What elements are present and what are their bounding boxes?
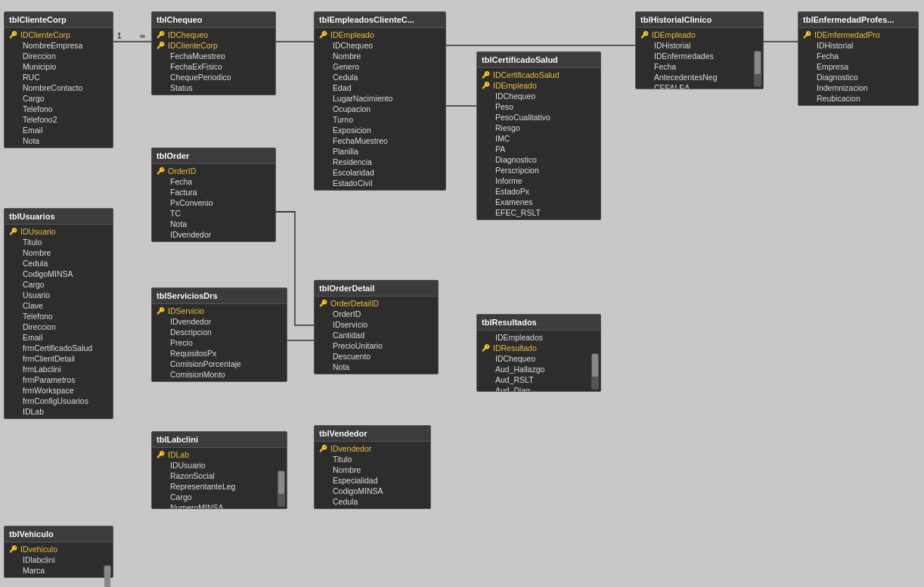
field-name: IDClienteCorp [20, 30, 70, 39]
field-name: PrecioUnitario [333, 341, 383, 350]
table-header-tblempleadosclientec: tblEmpleadosClienteC... [315, 12, 445, 28]
field-row: IDChequeo [315, 40, 445, 51]
table-header-tblchequeo: tblChequeo [152, 12, 275, 28]
field-name: Diagnostico [495, 155, 537, 164]
table-header-tblenfermedadprofes: tblEnfermedadProfes... [798, 12, 918, 28]
field-name: FechaMuestreo [170, 51, 225, 61]
field-row: Residencia [315, 157, 445, 167]
field-row: 🔑IDvehiculo [5, 544, 102, 554]
field-name: IDEmpleado [493, 81, 537, 90]
scrollbar[interactable] [754, 51, 761, 87]
field-row: IDUsuario [152, 460, 276, 471]
field-name: IDServicio [168, 306, 204, 315]
field-row: Telefono [5, 104, 113, 114]
field-row: Precio [152, 337, 287, 348]
field-row: frmParametros [5, 374, 113, 385]
field-row: PA [477, 144, 600, 154]
field-name: Escolaridad [333, 168, 374, 177]
field-row: Reubicacion [798, 93, 918, 104]
key-icon: 🔑 [803, 31, 811, 39]
field-name: Reubicacion [817, 94, 860, 103]
field-row: Municipio [5, 61, 113, 72]
field-row: Cedula [315, 496, 430, 507]
field-name: RepresentanteLeg [170, 482, 235, 491]
field-row: 🔑OrderID [152, 166, 275, 176]
field-name: IDLab [168, 450, 189, 459]
table-header-tblcertificadosalud: tblCertificadoSalud [477, 52, 600, 68]
field-name: Factura [170, 188, 197, 197]
field-row: Exposicion [315, 125, 445, 135]
field-row: FechaMuestreo [315, 135, 445, 146]
field-name: Precio [170, 338, 193, 347]
field-row: Cargo [152, 492, 276, 502]
field-name: Municipio [23, 62, 56, 71]
field-row: 🔑OrderDetailID [315, 298, 438, 309]
field-name: CEFALEA [654, 83, 690, 89]
table-body-tblresultados: IDEmpleados🔑IDResultadoIDChequeoAud_Hall… [477, 331, 600, 391]
field-row: Nombre [5, 247, 113, 258]
field-name: IDClienteCorp [168, 41, 218, 50]
field-row: IDHistorial [798, 40, 918, 51]
table-header-tblorder: tblOrder [152, 148, 275, 164]
field-name: IDvendedor [330, 444, 371, 453]
field-row: 🔑IDvendedor [315, 443, 430, 454]
field-row: PrecioUnitario [315, 340, 438, 351]
field-row: Aud_RSLT [477, 374, 590, 385]
field-name: Genero [333, 62, 359, 71]
scrollbar-thumb[interactable] [104, 566, 110, 587]
field-name: IDvendedor [170, 317, 211, 326]
field-name: frmConfigUsuarios [23, 396, 88, 405]
field-name: ComisionMonto [170, 370, 225, 379]
field-row: Peso [477, 101, 600, 112]
scrollbar[interactable] [278, 471, 285, 507]
table-tblusuarios: tblUsuarios🔑IDUsuarioTituloNombreCedulaC… [4, 208, 113, 419]
field-name: Indemnizacion [817, 83, 868, 92]
table-header-tblresultados: tblResultados [477, 315, 600, 331]
scrollbar-thumb[interactable] [592, 354, 598, 377]
key-icon: 🔑 [482, 344, 490, 352]
field-name: IDEmpleado [652, 30, 696, 39]
field-row: 🔑IDEmpleado [315, 30, 445, 40]
field-row: LugarNacimiento [315, 93, 445, 104]
field-row: CodigoMINSA [315, 486, 430, 496]
scrollbar[interactable] [591, 353, 599, 390]
field-row: IDvendedor [152, 316, 287, 327]
field-name: Aud_Diag [495, 386, 530, 391]
field-row: 🔑IDUsuario [5, 226, 113, 237]
field-name: IDChequeo [333, 41, 373, 50]
field-name: Titulo [23, 238, 42, 247]
scrollbar-thumb[interactable] [278, 471, 284, 494]
field-row: Direccion [5, 51, 113, 61]
table-body-tblvendedor: 🔑IDvendedorTituloNombreEspecialidadCodig… [315, 442, 430, 508]
field-row: IDlabclini [5, 554, 102, 565]
field-row: EFEC_RSLT [477, 207, 600, 218]
field-row: Email [5, 125, 113, 135]
key-icon: 🔑 [9, 31, 17, 39]
field-row: frmCertificadoSalud [5, 343, 113, 353]
field-name: Cargo [170, 492, 192, 502]
field-name: Cedula [333, 497, 358, 506]
field-name: IDUsuario [170, 461, 206, 470]
table-header-tbllabclini: tblLabclini [152, 432, 287, 448]
table-tblvendedor: tblVendedor🔑IDvendedorTituloNombreEspeci… [314, 425, 431, 509]
field-row: FechaExFisico [152, 61, 275, 72]
field-row: NombreContacto [5, 82, 113, 93]
table-header-tblclientecorp: tblClienteCorp [5, 12, 113, 28]
field-name: Usuario [23, 290, 50, 300]
scrollbar-thumb[interactable] [755, 51, 761, 74]
field-row: RUC [5, 72, 113, 82]
field-name: Exposicion [333, 126, 371, 135]
field-row: Clave [5, 300, 113, 311]
field-row: TC [152, 208, 275, 219]
field-name: Examenes [495, 197, 533, 207]
table-tblresultados: tblResultadosIDEmpleados🔑IDResultadoIDCh… [476, 314, 601, 392]
field-name: IDCertificadoSalud [493, 70, 560, 79]
field-row: Aud_Diag [477, 385, 590, 391]
table-tblclientecorp: tblClienteCorp🔑IDClienteCorpNombreEmpres… [4, 11, 113, 148]
scrollbar[interactable] [104, 565, 111, 576]
field-row: IDEnfermedades [636, 51, 752, 61]
field-name: PA [495, 144, 505, 154]
field-name: EstadoPx [495, 187, 529, 196]
field-name: IDEnfermedades [654, 51, 714, 61]
field-row: 🔑IDCertificadoSalud [477, 70, 600, 80]
